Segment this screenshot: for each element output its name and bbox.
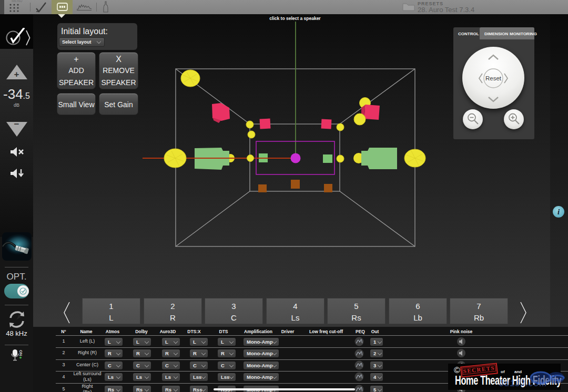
svg-text:click to select a speaker: click to select a speaker [269, 16, 321, 21]
svg-text:Reset: Reset [485, 75, 502, 81]
